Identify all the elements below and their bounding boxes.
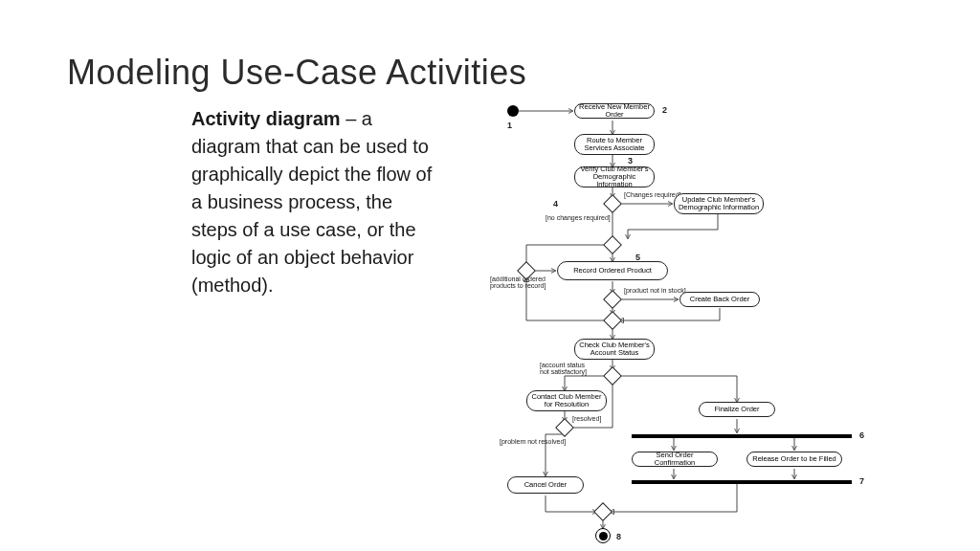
label: Release Order to be Filled <box>752 455 836 463</box>
activity-diagram: 1 2 Receive New Member Order Route to Me… <box>440 96 938 545</box>
label: Send Order Confirmation <box>635 452 714 468</box>
label: Finalize Order <box>714 406 759 413</box>
guard-changes: [Changes required] <box>624 191 681 198</box>
definition-body: – a diagram that can be used to graphica… <box>191 108 432 296</box>
join-bar <box>632 480 852 484</box>
label: Create Back Order <box>690 296 750 303</box>
fork-bar <box>632 434 852 438</box>
guard-resolved: [resolved] <box>572 415 601 422</box>
definition-text: Activity diagram – a diagram that can be… <box>191 105 440 299</box>
definition-term: Activity diagram <box>191 108 341 129</box>
guard-notstock: [product not in stock] <box>624 287 686 294</box>
guard-nochanges: [no changes required] <box>546 214 611 221</box>
activity-verify: Verify Club Member's Demographic Informa… <box>574 166 655 187</box>
guard-notresolved: [problem not resolved] <box>500 438 566 445</box>
activity-check-status: Check Club Member's Account Status <box>574 339 655 360</box>
label: Update Club Member's Demographic Informa… <box>678 196 760 212</box>
activity-release: Release Order to be Filled <box>746 452 842 467</box>
guard-acct: [account status not satisfactory] <box>540 362 587 375</box>
activity-route: Route to Member Services Associate <box>574 134 655 155</box>
label: Check Club Member's Account Status <box>578 342 651 358</box>
callout-8: 8 <box>616 532 621 541</box>
activity-receive-order: Receive New Member Order <box>574 103 655 119</box>
callout-7: 7 <box>859 476 864 486</box>
activity-update: Update Club Member's Demographic Informa… <box>674 193 764 214</box>
label: Verify Club Member's Demographic Informa… <box>578 165 651 189</box>
label: Contact Club Member for Resolution <box>530 393 603 409</box>
callout-2: 2 <box>662 105 667 115</box>
final-node-icon <box>595 528 611 543</box>
page-title: Modeling Use-Case Activities <box>67 53 526 93</box>
guard-additional: [additional ordered products to record] <box>490 276 546 289</box>
callout-4: 4 <box>553 199 558 209</box>
label: Cancel Order <box>524 481 568 489</box>
callout-6: 6 <box>859 430 864 440</box>
callout-1: 1 <box>507 121 512 130</box>
activity-record: Record Ordered Product <box>557 261 668 280</box>
initial-node-icon <box>507 105 519 117</box>
label: Route to Member Services Associate <box>578 137 651 153</box>
activity-send-conf: Send Order Confirmation <box>632 452 718 467</box>
activity-contact: Contact Club Member for Resolution <box>526 390 607 411</box>
activity-finalize: Finalize Order <box>699 402 775 417</box>
activity-cancel: Cancel Order <box>507 476 584 494</box>
activity-backorder: Create Back Order <box>679 292 760 307</box>
label: Record Ordered Product <box>573 267 652 275</box>
label: Receive New Member Order <box>578 103 651 120</box>
